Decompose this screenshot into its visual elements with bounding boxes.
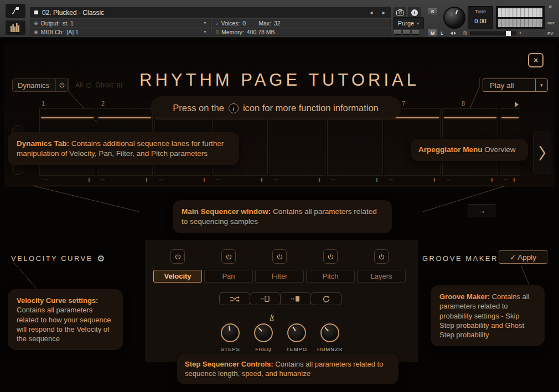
step-minus-button[interactable]: −: [389, 176, 393, 185]
copy-button[interactable]: [250, 292, 281, 305]
tune-control[interactable]: Tune 0.00: [468, 6, 493, 29]
step-plus-button[interactable]: +: [260, 176, 264, 185]
header-info-button[interactable]: i: [408, 7, 421, 18]
step-plus-button[interactable]: +: [490, 176, 494, 185]
step-plus-button[interactable]: +: [202, 176, 206, 185]
kontakt-window: 02. Plucked - Classic ◄ ► i ⊕ Output: st…: [0, 0, 559, 392]
tab-filter[interactable]: Filter: [255, 270, 304, 283]
chevron-down-icon: ▼: [203, 21, 207, 25]
step-minus-button[interactable]: −: [504, 176, 508, 185]
kontakt-logo-icon[interactable]: [6, 4, 25, 18]
lane-power-button[interactable]: [323, 249, 338, 264]
sequencer-step-column[interactable]: −+: [270, 108, 325, 185]
freq-knob[interactable]: [254, 323, 273, 342]
shuffle-button[interactable]: [219, 292, 250, 305]
step-minus-button[interactable]: −: [273, 176, 278, 185]
power-icon[interactable]: [55, 79, 68, 91]
tooltip-body: Overview: [484, 145, 515, 154]
gear-icon[interactable]: ⚙: [97, 253, 105, 264]
reset-button[interactable]: [310, 292, 341, 305]
step-minus-button[interactable]: −: [331, 176, 335, 185]
step-value-bar: [444, 117, 496, 118]
window-close-button[interactable]: ×: [548, 3, 552, 10]
knob-label: HUMNZR: [312, 346, 348, 352]
play-all-label: Play all: [483, 81, 535, 90]
instrument-volume-knob[interactable]: [443, 7, 465, 29]
next-step-button[interactable]: [533, 132, 551, 174]
output-value: st. 1: [63, 20, 74, 27]
background-controls: All Ghost: [75, 81, 122, 89]
apply-label: Apply: [517, 253, 536, 262]
step-number: 7: [402, 100, 405, 107]
next-instrument-button[interactable]: ►: [381, 10, 386, 15]
humanize-knob[interactable]: [320, 323, 339, 342]
step-plus-button[interactable]: +: [375, 176, 379, 185]
solo-button[interactable]: S: [428, 8, 437, 15]
kontakt-header: 02. Plucked - Classic ◄ ► i ⊕ Output: st…: [0, 0, 559, 38]
step-plus-button[interactable]: +: [144, 176, 149, 185]
step-minus-button[interactable]: −: [101, 176, 105, 185]
pan-control[interactable]: L R +: [441, 30, 547, 36]
prev-instrument-button[interactable]: ◄: [369, 10, 374, 15]
output-label: Output:: [41, 20, 60, 27]
aux-label: aux: [547, 20, 555, 25]
chevron-down-icon: ▾: [417, 21, 419, 26]
tooltip-body: Contains all parameters related to how y…: [17, 306, 111, 343]
steps-knob[interactable]: [221, 323, 240, 342]
step-minus-button[interactable]: −: [158, 176, 163, 185]
metronome-icon: [268, 314, 276, 322]
paste-button[interactable]: [280, 292, 311, 305]
instrument-library-icon[interactable]: [6, 20, 25, 35]
step-minus-button[interactable]: −: [216, 176, 220, 185]
voices-icon: ♪: [216, 20, 219, 26]
tab-layers[interactable]: Layers: [357, 270, 406, 283]
tab-pan[interactable]: Pan: [204, 270, 253, 283]
output-selector[interactable]: ⊕ Output: st. 1 ▼: [30, 19, 211, 27]
meter-right: [498, 19, 542, 28]
next-page-arrow-button[interactable]: →: [468, 204, 495, 217]
midi-channel-selector[interactable]: ◉ MIDI Ch: [A] 1 ▼: [30, 28, 211, 36]
lane-power-button[interactable]: [170, 249, 185, 264]
all-label: All: [75, 81, 82, 89]
instrument-title-bar[interactable]: 02. Plucked - Classic ◄ ►: [30, 7, 391, 18]
pan-slider[interactable]: [470, 32, 516, 35]
voices-display: ♪ Voices: 0 Max: 32: [212, 19, 391, 27]
step-minus-button[interactable]: −: [43, 176, 48, 185]
apply-button[interactable]: ✓ Apply: [499, 250, 547, 264]
memory-label: Memory:: [221, 29, 244, 35]
lane-power-button[interactable]: [221, 249, 236, 264]
pv-label: PV: [547, 31, 553, 36]
step-number: 1: [42, 100, 45, 107]
instrument-bullet-icon: [34, 11, 38, 14]
tab-velocity[interactable]: Velocity: [153, 270, 202, 283]
tooltip-lead: Step Sequencer Controls:: [185, 360, 273, 368]
step-plus-button[interactable]: +: [87, 176, 91, 185]
tutorial-close-button[interactable]: ×: [528, 53, 544, 67]
step-plus-button[interactable]: +: [512, 176, 516, 185]
dynamics-tooltip: Dynamics Tab: Contains additional sequen…: [8, 132, 239, 165]
knob-pointer: [292, 326, 296, 331]
step-plus-button[interactable]: +: [432, 176, 437, 185]
info-icon: i: [411, 9, 418, 16]
mute-button[interactable]: M: [428, 29, 437, 36]
play-all-dropdown[interactable]: Play all ▼: [483, 79, 548, 92]
step-plus-button[interactable]: +: [317, 176, 322, 185]
loop-end-marker[interactable]: [515, 102, 519, 107]
tempo-knob[interactable]: [287, 323, 306, 342]
step-minus-button[interactable]: −: [446, 176, 451, 185]
loop-icon: [86, 83, 91, 88]
lane-power-button[interactable]: [272, 249, 287, 264]
dynamics-tab-button[interactable]: Dynamics: [12, 79, 68, 92]
tab-pitch[interactable]: Pitch: [306, 270, 355, 283]
header-plus-icon[interactable]: +: [519, 30, 522, 36]
pan-slider-thumb[interactable]: [506, 31, 511, 36]
tooltip-lead: Arpeggiator Menu: [418, 145, 483, 154]
voices-value: 0: [242, 20, 246, 27]
knob-label: STEPS: [213, 346, 248, 352]
sequencer-step-column[interactable]: −+: [327, 108, 383, 185]
snapshot-camera-button[interactable]: [394, 7, 406, 18]
purge-menu[interactable]: Purge ▾: [393, 17, 424, 29]
header-led: [412, 30, 419, 34]
lane-power-button[interactable]: [374, 249, 389, 264]
tooltip-lead: Dynamics Tab:: [17, 139, 69, 148]
